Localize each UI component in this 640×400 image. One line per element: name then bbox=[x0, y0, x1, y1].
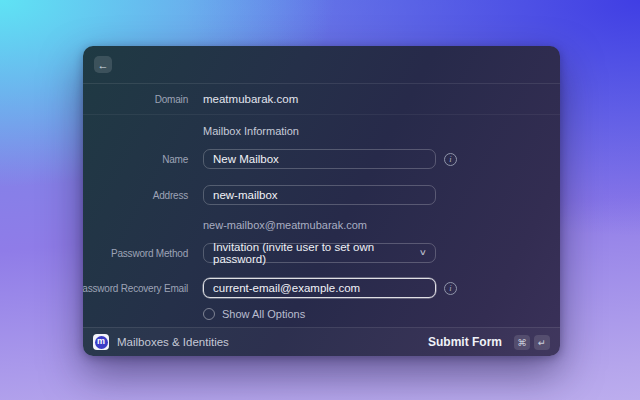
address-input[interactable] bbox=[203, 185, 436, 205]
password-method-row: Password Method Invitation (invite user … bbox=[83, 243, 560, 263]
chevron-down-icon: ∨ bbox=[419, 249, 427, 257]
domain-row: Domain meatmubarak.com bbox=[83, 84, 560, 115]
command-key-icon: ⌘ bbox=[514, 335, 530, 350]
recovery-email-info-icon[interactable]: i bbox=[444, 282, 457, 295]
name-label: Name bbox=[83, 154, 188, 165]
section-title: Mailbox Information bbox=[203, 125, 299, 137]
address-field-row: Address bbox=[83, 185, 560, 205]
window-footer: m Mailboxes & Identities Submit Form ⌘ ↵ bbox=[83, 327, 560, 356]
submit-form-button[interactable]: Submit Form bbox=[428, 335, 502, 349]
address-preview-row: new-mailbox@meatmubarak.com bbox=[83, 219, 560, 231]
password-method-select[interactable]: Invitation (invite user to set own passw… bbox=[203, 243, 436, 263]
show-all-options-row: Show All Options bbox=[83, 308, 560, 320]
show-all-options-checkbox[interactable] bbox=[203, 308, 215, 320]
recovery-email-row: Password Recovery Email i bbox=[83, 278, 560, 298]
app-logo-icon: m bbox=[93, 334, 109, 350]
recovery-email-label: Password Recovery Email bbox=[83, 283, 188, 294]
name-field-row: Name i bbox=[83, 149, 560, 169]
back-button[interactable]: ← bbox=[94, 56, 112, 73]
address-label: Address bbox=[83, 190, 188, 201]
form-body: Mailbox Information Name i Address new-m… bbox=[83, 115, 560, 327]
name-info-icon[interactable]: i bbox=[444, 153, 457, 166]
return-key-icon: ↵ bbox=[534, 335, 550, 350]
address-preview-text: new-mailbox@meatmubarak.com bbox=[203, 219, 367, 231]
window-header: ← bbox=[83, 46, 560, 84]
app-title: Mailboxes & Identities bbox=[117, 336, 229, 348]
password-method-value: Invitation (invite user to set own passw… bbox=[213, 241, 420, 265]
domain-value: meatmubarak.com bbox=[203, 93, 298, 105]
password-method-label: Password Method bbox=[83, 248, 188, 259]
domain-label: Domain bbox=[83, 94, 188, 105]
mailbox-form-window: ← Domain meatmubarak.com Mailbox Informa… bbox=[83, 46, 560, 356]
desktop-wallpaper: ← Domain meatmubarak.com Mailbox Informa… bbox=[0, 0, 640, 400]
show-all-options-label[interactable]: Show All Options bbox=[222, 308, 305, 320]
name-input[interactable] bbox=[203, 149, 436, 169]
recovery-email-input[interactable] bbox=[203, 278, 436, 298]
back-arrow-icon: ← bbox=[98, 59, 109, 71]
